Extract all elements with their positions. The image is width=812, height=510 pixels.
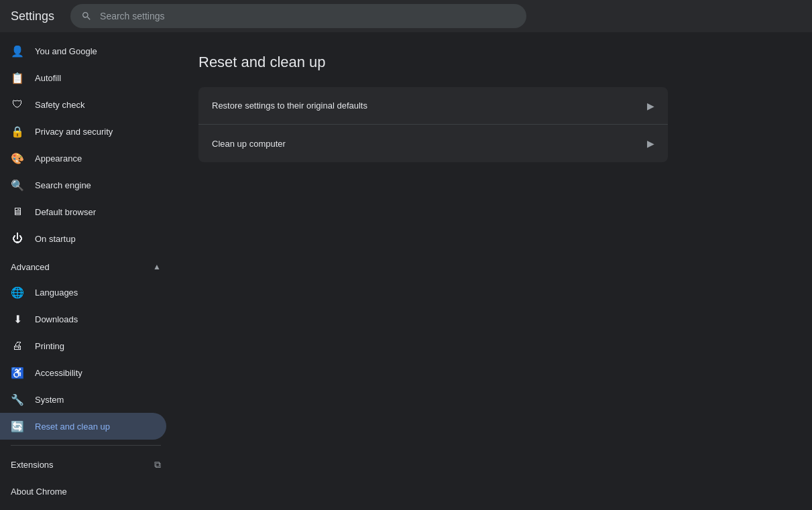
search-engine-icon: 🔍: [11, 178, 24, 192]
extensions-label: Extensions: [11, 460, 54, 470]
app-title: Settings: [11, 9, 54, 23]
system-icon: 🔧: [11, 393, 24, 406]
sidebar-item-languages[interactable]: 🌐 Languages: [0, 279, 166, 306]
accessibility-icon: ♿: [11, 366, 24, 379]
settings-card: Restore settings to their original defau…: [198, 87, 668, 162]
card-item-restore-settings[interactable]: Restore settings to their original defau…: [198, 87, 668, 125]
downloads-label: Downloads: [35, 314, 78, 324]
safety-check-icon: 🛡: [11, 98, 24, 111]
search-icon: [81, 11, 92, 21]
sidebar-item-about-chrome[interactable]: About Chrome: [0, 478, 166, 505]
page-title: Reset and clean up: [198, 54, 785, 71]
sidebar-item-default-browser[interactable]: 🖥 Default browser: [0, 198, 166, 225]
system-label: System: [35, 395, 64, 405]
card-item-clean-up-computer[interactable]: Clean up computer ▶: [198, 125, 668, 162]
autofill-icon: 📋: [11, 71, 24, 84]
sidebar-item-downloads[interactable]: ⬇ Downloads: [0, 306, 166, 332]
sidebar: 👤 You and Google 📋 Autofill 🛡 Safety che…: [0, 32, 172, 510]
sidebar-divider: [11, 445, 161, 446]
restore-settings-label: Restore settings to their original defau…: [212, 101, 367, 111]
languages-icon: 🌐: [11, 285, 24, 299]
clean-up-computer-label: Clean up computer: [212, 139, 286, 149]
sidebar-item-appearance[interactable]: 🎨 Appearance: [0, 145, 166, 172]
sidebar-top-section: 👤 You and Google 📋 Autofill 🛡 Safety che…: [0, 38, 172, 252]
appearance-label: Appearance: [35, 153, 82, 164]
main-content: Reset and clean up Restore settings to t…: [172, 32, 812, 510]
advanced-chevron-icon: ▲: [153, 262, 161, 271]
sidebar-item-extensions[interactable]: Extensions ⧉: [0, 451, 172, 478]
header: Settings: [0, 0, 812, 32]
search-engine-label: Search engine: [35, 180, 91, 190]
external-link-icon: ⧉: [154, 459, 161, 470]
search-bar[interactable]: [70, 4, 526, 28]
languages-label: Languages: [35, 288, 78, 298]
reset-and-clean-up-icon: 🔄: [11, 420, 24, 433]
privacy-security-icon: 🔒: [11, 125, 24, 138]
sidebar-item-privacy-security[interactable]: 🔒 Privacy and security: [0, 118, 166, 145]
printing-label: Printing: [35, 341, 64, 351]
default-browser-icon: 🖥: [11, 205, 24, 218]
accessibility-label: Accessibility: [35, 368, 82, 378]
sidebar-item-accessibility[interactable]: ♿ Accessibility: [0, 359, 166, 386]
sidebar-item-search-engine[interactable]: 🔍 Search engine: [0, 172, 166, 198]
printing-icon: 🖨: [11, 339, 24, 353]
sidebar-item-autofill[interactable]: 📋 Autofill: [0, 64, 166, 91]
privacy-security-label: Privacy and security: [35, 127, 113, 137]
on-startup-icon: ⏻: [11, 232, 24, 245]
default-browser-label: Default browser: [35, 207, 96, 217]
about-chrome-label: About Chrome: [11, 487, 67, 497]
sidebar-advanced-section: 🌐 Languages ⬇ Downloads 🖨 Printing ♿ Acc…: [0, 279, 172, 440]
sidebar-item-on-startup[interactable]: ⏻ On startup: [0, 225, 166, 252]
you-and-google-label: You and Google: [35, 46, 97, 56]
appearance-icon: 🎨: [11, 151, 24, 165]
autofill-label: Autofill: [35, 73, 61, 83]
you-and-google-icon: 👤: [11, 44, 24, 58]
clean-up-computer-chevron-icon: ▶: [647, 138, 654, 149]
sidebar-item-printing[interactable]: 🖨 Printing: [0, 332, 166, 359]
restore-settings-chevron-icon: ▶: [647, 101, 654, 111]
reset-and-clean-up-label: Reset and clean up: [35, 422, 110, 432]
sidebar-item-reset-and-clean-up[interactable]: 🔄 Reset and clean up: [0, 413, 166, 440]
safety-check-label: Safety check: [35, 100, 84, 110]
advanced-section-header[interactable]: Advanced ▲: [0, 252, 172, 279]
on-startup-label: On startup: [35, 234, 76, 244]
sidebar-item-safety-check[interactable]: 🛡 Safety check: [0, 91, 166, 118]
search-input[interactable]: [100, 11, 516, 21]
advanced-label: Advanced: [11, 262, 50, 272]
sidebar-item-you-and-google[interactable]: 👤 You and Google: [0, 38, 166, 64]
sidebar-item-system[interactable]: 🔧 System: [0, 386, 166, 413]
body: 👤 You and Google 📋 Autofill 🛡 Safety che…: [0, 32, 812, 510]
downloads-icon: ⬇: [11, 312, 24, 326]
